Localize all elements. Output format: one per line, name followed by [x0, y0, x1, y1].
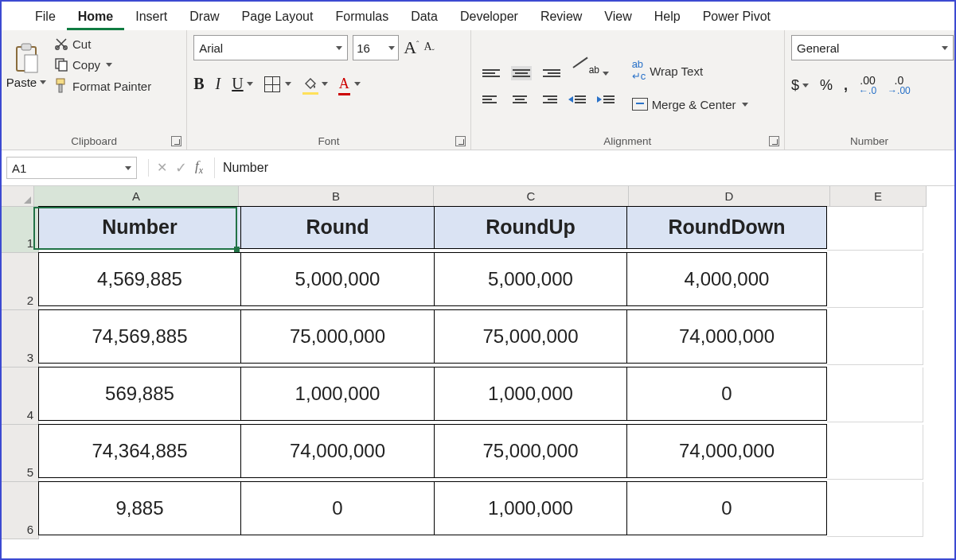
- cancel-formula-button[interactable]: ✕: [157, 160, 167, 175]
- paste-button[interactable]: Paste: [8, 35, 45, 95]
- percent-format-button[interactable]: %: [820, 77, 833, 94]
- increase-decimal-button[interactable]: .00←.0: [859, 75, 876, 95]
- align-left-button[interactable]: [482, 94, 500, 105]
- underline-button[interactable]: U: [232, 75, 252, 93]
- format-painter-button[interactable]: Format Painter: [51, 76, 154, 95]
- menu-draw[interactable]: Draw: [178, 5, 230, 30]
- cell-a3[interactable]: 74,569,885: [38, 309, 242, 364]
- increase-indent-button[interactable]: [597, 95, 615, 103]
- cell-a5[interactable]: 74,364,885: [38, 424, 242, 478]
- cell-b3[interactable]: 75,000,000: [240, 309, 435, 364]
- col-header-c[interactable]: C: [434, 186, 629, 207]
- row-header-6[interactable]: 6: [2, 482, 39, 539]
- cell-a6[interactable]: 9,885: [38, 481, 242, 535]
- cell-e2[interactable]: [827, 253, 923, 308]
- bold-button[interactable]: B: [193, 75, 204, 93]
- col-header-b[interactable]: B: [239, 186, 434, 207]
- menu-developer[interactable]: Developer: [449, 5, 529, 30]
- menu-review[interactable]: Review: [529, 5, 593, 30]
- row-header-4[interactable]: 4: [2, 368, 39, 425]
- comma-format-button[interactable]: ,: [844, 77, 848, 94]
- cell-d5[interactable]: 74,000,000: [626, 424, 827, 478]
- scissors-icon: [54, 37, 68, 51]
- cell-e4[interactable]: [827, 368, 923, 422]
- number-format-combo[interactable]: General: [791, 35, 954, 60]
- grow-font-button[interactable]: Aˆ: [404, 37, 419, 58]
- name-box[interactable]: A1: [6, 157, 137, 179]
- cell-a4[interactable]: 569,885: [38, 367, 242, 421]
- borders-button[interactable]: [264, 76, 291, 92]
- align-center-button[interactable]: [511, 94, 529, 105]
- decrease-decimal-button[interactable]: .0→.00: [888, 75, 911, 95]
- font-name-combo[interactable]: Arial: [193, 35, 348, 60]
- enter-formula-button[interactable]: ✓: [175, 159, 187, 177]
- menu-view[interactable]: View: [593, 5, 642, 30]
- cell-d1[interactable]: RoundDown: [626, 206, 827, 249]
- menu-insert[interactable]: Insert: [124, 5, 178, 30]
- col-header-e[interactable]: E: [830, 186, 927, 207]
- col-header-a[interactable]: A: [34, 186, 239, 207]
- cell-b1[interactable]: Round: [240, 206, 435, 249]
- align-right-button[interactable]: [540, 94, 557, 105]
- menu-data[interactable]: Data: [400, 5, 449, 30]
- row-header-2[interactable]: 2: [2, 253, 39, 310]
- cell-c3[interactable]: 75,000,000: [434, 309, 628, 364]
- cell-c2[interactable]: 5,000,000: [434, 252, 628, 306]
- orientation-button[interactable]: ab: [572, 65, 609, 81]
- align-top-button[interactable]: [482, 68, 500, 79]
- menu-home[interactable]: Home: [67, 5, 124, 30]
- cut-label: Cut: [72, 37, 91, 51]
- copy-button[interactable]: Copy: [51, 56, 154, 73]
- cell-e3[interactable]: [827, 310, 923, 365]
- cell-b5[interactable]: 74,000,000: [240, 424, 435, 478]
- cell-d3[interactable]: 74,000,000: [626, 309, 827, 364]
- merge-center-button[interactable]: Merge & Center: [629, 96, 751, 113]
- cell-c5[interactable]: 75,000,000: [434, 424, 628, 478]
- align-bottom-button[interactable]: [543, 68, 560, 79]
- cell-b6[interactable]: 0: [240, 481, 435, 535]
- decrease-indent-button[interactable]: [568, 95, 586, 103]
- cell-b4[interactable]: 1,000,000: [240, 367, 435, 421]
- cell-e6[interactable]: [827, 482, 923, 537]
- menu-page-layout[interactable]: Page Layout: [231, 5, 325, 30]
- arrow-right-icon: [597, 96, 602, 103]
- cell-e1[interactable]: [827, 207, 923, 251]
- insert-function-button[interactable]: fx: [195, 158, 203, 177]
- align-middle-button[interactable]: [511, 66, 532, 80]
- accounting-format-button[interactable]: $: [791, 77, 809, 94]
- dialog-launcher-icon[interactable]: [455, 136, 466, 146]
- menu-help[interactable]: Help: [643, 5, 692, 30]
- select-all-corner[interactable]: [2, 186, 34, 207]
- fill-color-button[interactable]: [302, 77, 328, 91]
- formula-input[interactable]: Number: [214, 158, 950, 178]
- row-header-3[interactable]: 3: [2, 310, 39, 368]
- group-label-alignment: Alignment: [471, 135, 784, 147]
- cell-e5[interactable]: [827, 425, 923, 480]
- shrink-font-button[interactable]: Aˇ: [423, 37, 434, 58]
- cell-d4[interactable]: 0: [626, 367, 827, 421]
- font-color-button[interactable]: A: [339, 76, 361, 92]
- wrap-text-button[interactable]: ab↵c Wrap Text: [629, 58, 751, 85]
- dialog-launcher-icon[interactable]: [171, 136, 181, 146]
- cell-b2[interactable]: 5,000,000: [240, 252, 435, 306]
- menu-formulas[interactable]: Formulas: [324, 5, 400, 30]
- cell-a2[interactable]: 4,569,885: [38, 252, 242, 306]
- row-header-5[interactable]: 5: [2, 425, 39, 482]
- cut-button[interactable]: Cut: [51, 35, 154, 52]
- group-label-number: Number: [785, 135, 954, 147]
- cell-d6[interactable]: 0: [626, 481, 827, 535]
- cell-c6[interactable]: 1,000,000: [434, 481, 628, 535]
- cell-c1[interactable]: RoundUp: [434, 206, 628, 249]
- border-icon: [264, 76, 280, 92]
- dialog-launcher-icon[interactable]: [769, 136, 779, 146]
- cell-d2[interactable]: 4,000,000: [626, 252, 827, 306]
- cell-c4[interactable]: 1,000,000: [434, 367, 628, 421]
- fill-handle[interactable]: [234, 247, 240, 252]
- cell-a1[interactable]: Number: [38, 206, 242, 249]
- italic-button[interactable]: I: [216, 75, 221, 93]
- col-header-d[interactable]: D: [629, 186, 830, 207]
- menu-power-pivot[interactable]: Power Pivot: [692, 5, 782, 30]
- row-header-1[interactable]: 1: [2, 207, 39, 253]
- menu-file[interactable]: File: [24, 5, 67, 30]
- font-size-combo[interactable]: 16: [353, 35, 399, 60]
